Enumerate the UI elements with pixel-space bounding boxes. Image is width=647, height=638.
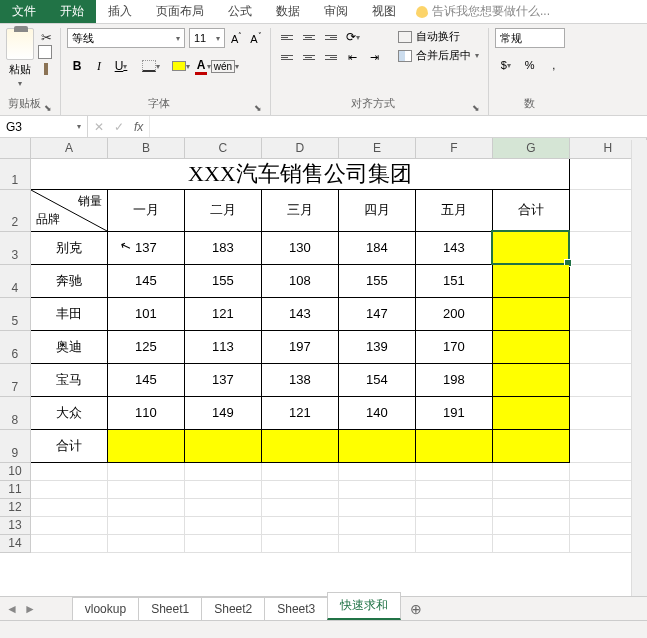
data-cell[interactable]: 125 <box>107 330 184 363</box>
row-header[interactable]: 8 <box>0 396 30 429</box>
cell[interactable] <box>261 516 338 534</box>
data-cell[interactable]: 121 <box>261 396 338 429</box>
tab-data[interactable]: 数据 <box>264 0 312 23</box>
data-cell[interactable]: 183 <box>184 231 261 264</box>
tab-review[interactable]: 审阅 <box>312 0 360 23</box>
row-header[interactable]: 7 <box>0 363 30 396</box>
cell[interactable] <box>184 516 261 534</box>
cancel-formula-button[interactable]: ✕ <box>94 120 104 134</box>
column-header[interactable]: D <box>261 138 338 158</box>
cell[interactable] <box>415 498 492 516</box>
cell[interactable] <box>107 462 184 480</box>
spreadsheet-grid[interactable]: ABCDEFGH1XXX汽车销售公司集团2销量品牌一月二月三月四月五月合计3别克… <box>0 138 647 596</box>
sheet-nav-prev-button[interactable]: ◄ <box>6 602 18 616</box>
number-format-select[interactable]: 常规 <box>495 28 565 48</box>
select-all-corner[interactable] <box>0 138 30 158</box>
column-label[interactable]: 四月 <box>338 189 415 231</box>
cell[interactable] <box>30 498 107 516</box>
align-left-button[interactable] <box>277 48 297 66</box>
row-header[interactable]: 5 <box>0 297 30 330</box>
row-label[interactable]: 奔驰 <box>30 264 107 297</box>
data-cell[interactable]: 143 <box>415 231 492 264</box>
column-label[interactable]: 合计 <box>492 189 569 231</box>
cell[interactable] <box>338 480 415 498</box>
orientation-button[interactable]: ⟳▾ <box>343 28 363 46</box>
column-header[interactable]: B <box>107 138 184 158</box>
data-cell[interactable]: 140 <box>338 396 415 429</box>
column-header[interactable]: E <box>338 138 415 158</box>
cell[interactable] <box>415 534 492 552</box>
data-cell[interactable] <box>338 429 415 462</box>
sheet-nav-next-button[interactable]: ► <box>24 602 36 616</box>
cell[interactable] <box>492 534 569 552</box>
row-header[interactable]: 6 <box>0 330 30 363</box>
clipboard-dialog-launcher[interactable]: ⬊ <box>42 103 54 113</box>
tab-view[interactable]: 视图 <box>360 0 408 23</box>
diagonal-header-cell[interactable]: 销量品牌 <box>30 189 107 231</box>
sheet-tab[interactable]: Sheet3 <box>264 597 328 620</box>
copy-button[interactable] <box>38 46 54 60</box>
enter-formula-button[interactable]: ✓ <box>114 120 124 134</box>
row-header[interactable]: 12 <box>0 498 30 516</box>
cell[interactable] <box>107 534 184 552</box>
row-header[interactable]: 1 <box>0 158 30 189</box>
data-cell[interactable]: 113 <box>184 330 261 363</box>
data-cell[interactable]: 101 <box>107 297 184 330</box>
column-label[interactable]: 五月 <box>415 189 492 231</box>
tab-file[interactable]: 文件 <box>0 0 48 23</box>
tab-home[interactable]: 开始 <box>48 0 96 23</box>
column-header[interactable]: F <box>415 138 492 158</box>
tab-page-layout[interactable]: 页面布局 <box>144 0 216 23</box>
sheet-tab[interactable]: 快速求和 <box>327 592 401 620</box>
tell-me-search[interactable]: 告诉我您想要做什么... <box>408 0 550 23</box>
cell[interactable] <box>107 498 184 516</box>
align-top-button[interactable] <box>277 28 297 46</box>
alignment-dialog-launcher[interactable]: ⬊ <box>470 103 482 113</box>
active-cell[interactable] <box>492 231 569 264</box>
cell[interactable] <box>261 480 338 498</box>
wrap-text-button[interactable]: 自动换行 <box>395 28 482 45</box>
cell[interactable] <box>30 462 107 480</box>
column-header[interactable]: A <box>30 138 107 158</box>
data-cell[interactable]: 130 <box>261 231 338 264</box>
cell[interactable] <box>107 516 184 534</box>
row-label[interactable]: 宝马 <box>30 363 107 396</box>
data-cell[interactable]: 184 <box>338 231 415 264</box>
underline-button[interactable]: U▾ <box>111 56 131 76</box>
cell[interactable] <box>261 498 338 516</box>
cell[interactable] <box>184 462 261 480</box>
bold-button[interactable]: B <box>67 56 87 76</box>
data-cell[interactable]: 200 <box>415 297 492 330</box>
data-cell[interactable]: 170 <box>415 330 492 363</box>
column-header[interactable]: G <box>492 138 569 158</box>
data-cell[interactable]: 121 <box>184 297 261 330</box>
data-cell[interactable]: 155 <box>338 264 415 297</box>
tab-formulas[interactable]: 公式 <box>216 0 264 23</box>
cell[interactable] <box>492 462 569 480</box>
data-cell[interactable] <box>492 330 569 363</box>
data-cell[interactable]: 145 <box>107 264 184 297</box>
data-cell[interactable] <box>492 396 569 429</box>
data-cell[interactable]: 151 <box>415 264 492 297</box>
comma-button[interactable]: , <box>543 56 565 74</box>
row-header[interactable]: 2 <box>0 189 30 231</box>
row-label[interactable]: 大众 <box>30 396 107 429</box>
data-cell[interactable]: 138 <box>261 363 338 396</box>
column-label[interactable]: 一月 <box>107 189 184 231</box>
name-box[interactable]: G3▾ <box>0 116 88 137</box>
tab-insert[interactable]: 插入 <box>96 0 144 23</box>
cell[interactable] <box>184 534 261 552</box>
row-label[interactable]: 别克 <box>30 231 107 264</box>
data-cell[interactable] <box>492 429 569 462</box>
table-title[interactable]: XXX汽车销售公司集团 <box>30 158 569 189</box>
data-cell[interactable]: 137 <box>184 363 261 396</box>
data-cell[interactable] <box>492 264 569 297</box>
italic-button[interactable]: I <box>89 56 109 76</box>
row-header[interactable]: 9 <box>0 429 30 462</box>
sheet-tab[interactable]: Sheet1 <box>138 597 202 620</box>
data-cell[interactable] <box>261 429 338 462</box>
shrink-font-button[interactable]: A˅ <box>248 32 263 45</box>
merge-center-button[interactable]: 合并后居中▾ <box>395 47 482 64</box>
cell[interactable] <box>261 534 338 552</box>
new-sheet-button[interactable]: ⊕ <box>400 601 432 617</box>
